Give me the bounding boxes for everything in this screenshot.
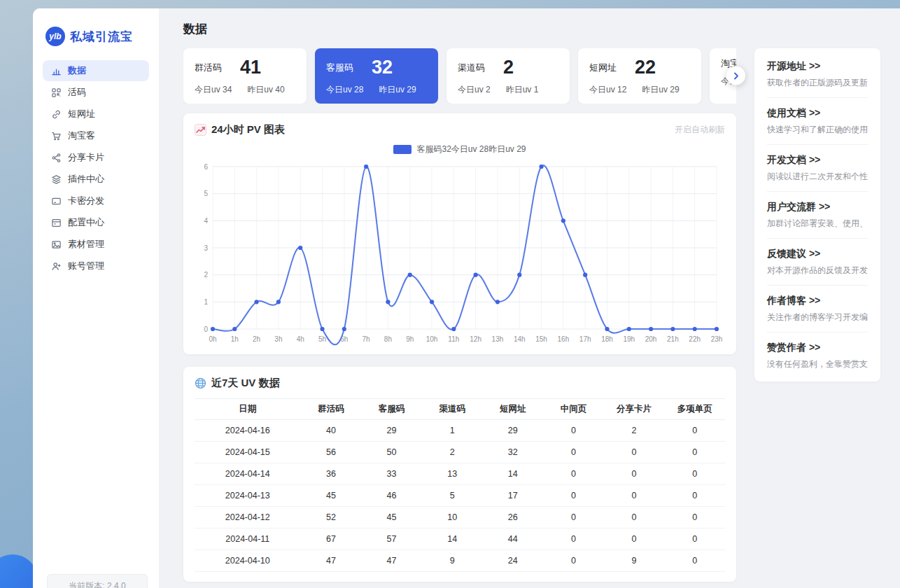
sidebar-item-label: 素材管理 (68, 238, 104, 251)
help-link-desc: 没有任何盈利，全靠赞赏支持... (767, 358, 868, 370)
table-row: 2024-04-1252451026000 (195, 506, 725, 528)
value-cell: 13 (422, 463, 483, 484)
svg-text:9h: 9h (406, 335, 414, 343)
logo-bubble-icon: ylb (45, 27, 65, 46)
sidebar-item[interactable]: 分享卡片 (43, 147, 149, 168)
svg-text:8h: 8h (384, 335, 392, 343)
value-cell: 0 (543, 419, 604, 441)
sidebar-item[interactable]: 数据 (43, 60, 149, 81)
svg-text:12h: 12h (470, 335, 481, 343)
stat-yesterday-uv: 昨日uv 29 (379, 84, 416, 96)
help-link-desc: 关注作者的博客学习开发编程... (767, 312, 868, 323)
legend-label: 客服码32今日uv 28昨日uv 29 (416, 144, 526, 155)
uv-table-card: 近7天 UV 数据 日期群活码客服码渠道码短网址中间页分享卡片多项单页 2024… (183, 367, 736, 582)
help-link-title: 用户交流群 >> (767, 201, 868, 214)
help-link[interactable]: 使用文档 >> 快速学习和了解正确的使用姿... (767, 98, 868, 145)
sidebar-item[interactable]: 卡密分发 (43, 190, 149, 211)
value-cell: 33 (361, 463, 422, 484)
stat-card[interactable]: 客服码 32 今日uv 28 昨日uv 29 (315, 48, 438, 104)
stat-card-label: 渠道码 (458, 62, 485, 74)
value-cell: 14 (482, 463, 543, 484)
stat-card[interactable]: 群活码 41 今日uv 34 昨日uv 40 (183, 48, 307, 104)
stat-yesterday-uv: 昨日uv 40 (247, 84, 284, 96)
value-cell: 2 (604, 419, 665, 441)
stat-card[interactable]: 渠道码 2 今日uv 2 昨日uv 1 (447, 48, 570, 104)
help-link[interactable]: 反馈建议 >> 对本开源作品的反馈及开发建... (767, 239, 868, 286)
sidebar: ylb 私域引流宝 数据 活码 短网址 (33, 8, 159, 588)
layers-icon (51, 174, 62, 185)
help-link[interactable]: 开发文档 >> 阅读以进行二次开发和个性化... (767, 145, 868, 192)
page-title: 数据 (183, 21, 880, 37)
sidebar-item[interactable]: 活码 (43, 82, 149, 103)
table-row: 2024-04-1167571444000 (195, 528, 725, 550)
stat-card[interactable]: 短网址 22 今日uv 12 昨日uv 29 (578, 48, 701, 104)
pv-line-chart: 0h1h2h3h4h5h6h7h8h9h10h11h12h13h14h15h16… (195, 160, 725, 347)
table-row: 2024-04-104747924090 (195, 550, 725, 571)
value-cell: 0 (664, 550, 725, 571)
globe-icon (195, 377, 206, 389)
value-cell: 9 (422, 550, 483, 571)
value-cell: 0 (604, 506, 665, 528)
sidebar-item-label: 活码 (68, 86, 86, 99)
table-row: 2024-04-1436331314000 (195, 463, 725, 484)
sidebar-item[interactable]: 素材管理 (43, 234, 149, 255)
help-link-title: 反馈建议 >> (767, 248, 868, 260)
stat-today-uv: 今日uv 28 (326, 84, 363, 96)
value-cell: 29 (361, 419, 422, 441)
svg-text:4: 4 (204, 217, 208, 225)
column-header: 短网址 (482, 398, 543, 419)
stat-card-label: 客服码 (326, 62, 353, 74)
stat-card-value: 2 (503, 57, 514, 78)
help-link-desc: 加群讨论部署安装、使用、开... (767, 218, 868, 230)
svg-text:4h: 4h (297, 335, 304, 343)
value-cell: 14 (422, 528, 483, 550)
help-link[interactable]: 赞赏作者 >> 没有任何盈利，全靠赞赏支持... (767, 332, 868, 379)
sidebar-item[interactable]: 插件中心 (43, 169, 149, 190)
stat-today-uv: 今日uv 2 (458, 84, 491, 96)
column-header: 客服码 (361, 398, 422, 419)
sidebar-item[interactable]: 淘宝客 (43, 125, 149, 146)
sidebar-item-label: 卡密分发 (68, 195, 104, 207)
sidebar-item[interactable]: 短网址 (43, 104, 149, 125)
value-cell: 29 (482, 419, 543, 441)
stat-yesterday-uv: 昨日uv 1 (506, 84, 539, 96)
help-link-desc: 快速学习和了解正确的使用姿... (767, 124, 868, 136)
help-link[interactable]: 开源地址 >> 获取作者的正版源码及更新动... (767, 51, 868, 98)
sidebar-item-label: 插件中心 (68, 173, 104, 186)
value-cell: 0 (543, 441, 604, 463)
date-cell: 2024-04-10 (195, 550, 301, 571)
svg-text:22h: 22h (689, 335, 701, 343)
svg-text:6: 6 (204, 162, 208, 170)
value-cell: 0 (664, 528, 725, 550)
date-cell: 2024-04-15 (195, 441, 301, 463)
value-cell: 47 (301, 550, 362, 571)
stat-cards-row: 群活码 41 今日uv 34 昨日uv 40 (183, 48, 736, 104)
card-icon (51, 196, 62, 206)
help-link-desc: 获取作者的正版源码及更新动... (767, 77, 868, 89)
table-row: 2024-04-134546517000 (195, 484, 725, 506)
sidebar-item[interactable]: 账号管理 (43, 255, 149, 276)
value-cell: 56 (301, 441, 362, 463)
stat-today-uv: 今日uv 34 (195, 84, 232, 96)
auto-refresh-toggle[interactable]: 开启自动刷新 (675, 124, 725, 136)
table-row: 2024-04-155650232000 (195, 441, 725, 463)
sidebar-item-label: 配置中心 (68, 216, 104, 229)
svg-text:14h: 14h (514, 335, 526, 343)
value-cell: 0 (664, 506, 725, 528)
value-cell: 45 (301, 484, 362, 506)
help-link[interactable]: 作者博客 >> 关注作者的博客学习开发编程... (767, 286, 868, 332)
sidebar-item[interactable]: 配置中心 (43, 212, 149, 233)
date-cell: 2024-04-14 (195, 463, 301, 484)
share-icon (51, 153, 62, 163)
sidebar-nav: 数据 活码 短网址 淘宝客 分享 (43, 60, 149, 276)
column-header: 中间页 (543, 398, 604, 419)
chart-icon (51, 66, 62, 76)
stat-today-uv: 今日uv 12 (589, 84, 626, 96)
cards-scroll-next-button[interactable] (726, 66, 745, 85)
value-cell: 0 (664, 419, 725, 441)
help-link[interactable]: 用户交流群 >> 加群讨论部署安装、使用、开... (767, 192, 868, 239)
svg-text:15h: 15h (535, 335, 547, 343)
floating-action-circle[interactable] (0, 554, 38, 588)
stat-card-value: 22 (635, 57, 656, 78)
value-cell: 45 (361, 506, 422, 528)
